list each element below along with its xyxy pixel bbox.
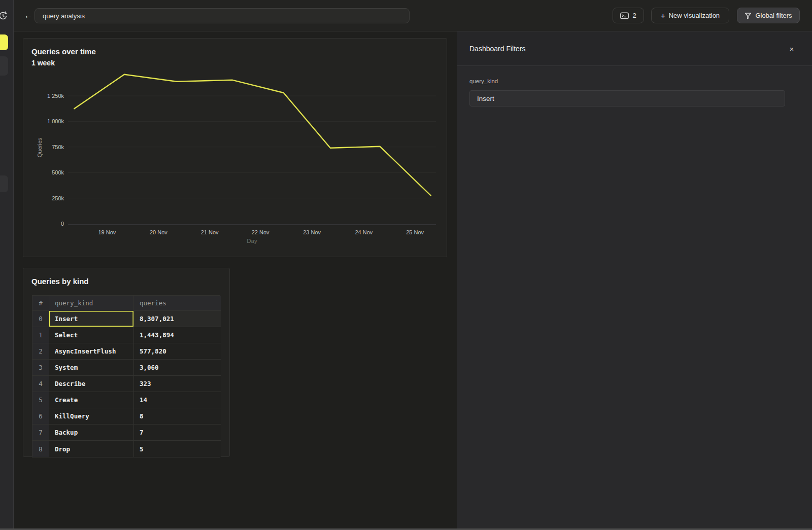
sidebar-item[interactable]: [0, 175, 8, 192]
svg-text:22 Nov: 22 Nov: [252, 229, 269, 235]
history-icon[interactable]: [0, 10, 9, 21]
svg-text:21 Nov: 21 Nov: [201, 229, 219, 235]
console-count: 2: [632, 12, 636, 19]
console-count-button[interactable]: 2: [613, 8, 644, 23]
svg-text:23 Nov: 23 Nov: [303, 229, 321, 235]
table-cell-query_kind[interactable]: Describe: [49, 376, 134, 392]
svg-text:24 Nov: 24 Nov: [355, 229, 373, 235]
table-header-queries: queries: [134, 296, 221, 311]
table-cell-queries[interactable]: 7: [134, 425, 221, 441]
svg-text:250k: 250k: [52, 195, 64, 201]
global-filters-label: Global filters: [755, 12, 792, 19]
dashboard-filters-panel: Dashboard Filters × query_kind: [457, 31, 812, 530]
back-button[interactable]: ←: [21, 8, 36, 23]
filters-panel-header: Dashboard Filters ×: [457, 31, 812, 66]
svg-text:500k: 500k: [52, 169, 64, 175]
svg-text:1 250k: 1 250k: [47, 93, 64, 99]
table-cell-query_kind[interactable]: Drop: [49, 441, 134, 457]
svg-text:0: 0: [61, 221, 64, 227]
plus-icon: +: [661, 11, 665, 20]
table-cell-queries[interactable]: 3,060: [134, 360, 221, 376]
queries-over-time-chart: 1 250k1 000k750k500k250k019 Nov20 Nov21 …: [23, 39, 448, 257]
row-index: 4: [32, 376, 49, 392]
table-cell-queries[interactable]: 8: [134, 408, 221, 425]
dashboard-canvas: Queries over time 1 week 1 250k1 000k750…: [14, 31, 457, 530]
row-index: 0: [32, 311, 49, 327]
table-cell-query_kind[interactable]: Backup: [49, 425, 134, 441]
queries-by-kind-table: #query_kindqueries0Insert8,307,0211Selec…: [32, 295, 220, 457]
table-cell-queries[interactable]: 5: [134, 441, 221, 457]
filter-field-label: query_kind: [469, 78, 498, 84]
row-index: 6: [32, 408, 49, 425]
table-cell-query_kind[interactable]: Insert: [49, 311, 134, 327]
table-cell-query_kind[interactable]: Select: [49, 327, 134, 343]
sidebar-item-current-dashboard[interactable]: [0, 34, 8, 50]
table-cell-queries[interactable]: 323: [134, 376, 221, 392]
row-index: 8: [32, 441, 49, 457]
queries-by-kind-card: Queries by kind #query_kindqueries0Inser…: [23, 268, 230, 457]
query-kind-filter-input[interactable]: [469, 90, 785, 107]
table-cell-query_kind[interactable]: AsyncInsertFlush: [49, 343, 134, 360]
svg-text:750k: 750k: [52, 144, 64, 150]
table-cell-queries[interactable]: 8,307,021: [134, 311, 221, 327]
sidebar-item[interactable]: [0, 56, 8, 76]
table-cell-query_kind[interactable]: KillQuery: [49, 408, 134, 425]
table-title: Queries by kind: [31, 277, 89, 286]
svg-text:25 Nov: 25 Nov: [406, 229, 424, 235]
dashboard-name-input[interactable]: [35, 8, 410, 23]
table-cell-queries[interactable]: 577,820: [134, 343, 221, 360]
row-index: 1: [32, 327, 49, 343]
row-index: 7: [32, 425, 49, 441]
svg-text:19 Nov: 19 Nov: [98, 229, 116, 235]
new-visualization-label: New visualization: [669, 12, 720, 19]
table-cell-queries[interactable]: 14: [134, 392, 221, 408]
svg-text:Queries: Queries: [37, 137, 43, 157]
new-visualization-button[interactable]: + New visualization: [651, 8, 729, 23]
row-index: 5: [32, 392, 49, 408]
table-cell-queries[interactable]: 1,443,894: [134, 327, 221, 343]
table-cell-query_kind[interactable]: System: [49, 360, 134, 376]
table-cell-query_kind[interactable]: Create: [49, 392, 134, 408]
svg-text:1 000k: 1 000k: [47, 118, 64, 124]
filters-panel-title: Dashboard Filters: [469, 45, 526, 53]
terminal-icon: [620, 12, 629, 19]
left-rail: [0, 0, 14, 530]
queries-over-time-card: Queries over time 1 week 1 250k1 000k750…: [23, 38, 447, 257]
table-header-query_kind: query_kind: [49, 296, 134, 311]
table-header-index: #: [32, 296, 49, 311]
row-index: 3: [32, 360, 49, 376]
svg-text:20 Nov: 20 Nov: [150, 229, 167, 235]
global-filters-button[interactable]: Global filters: [737, 8, 800, 23]
row-index: 2: [32, 343, 49, 360]
close-icon[interactable]: ×: [786, 43, 798, 55]
funnel-icon: [745, 12, 752, 19]
svg-text:Day: Day: [247, 238, 257, 244]
top-bar: ← 2 + New visualization Global filters: [14, 0, 812, 31]
